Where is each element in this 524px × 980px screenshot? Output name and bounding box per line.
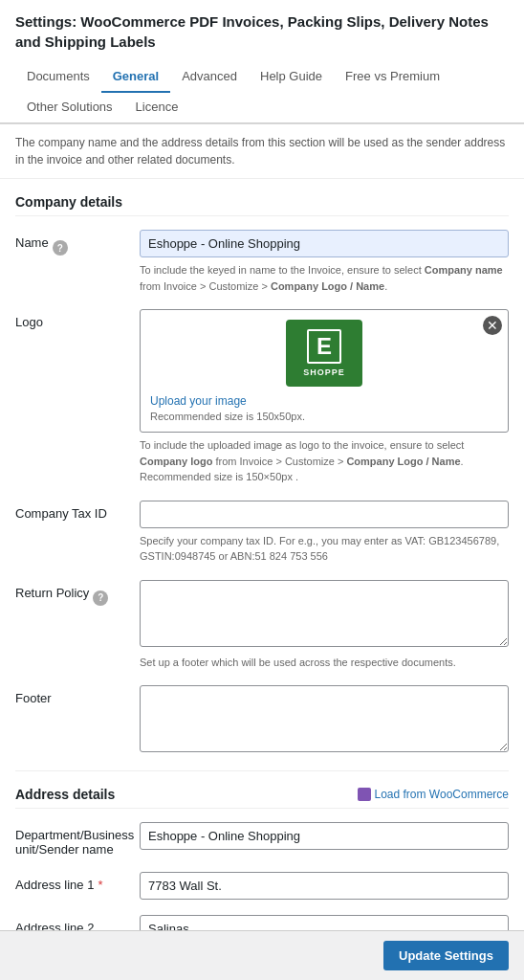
tab-other-solutions[interactable]: Other Solutions [15, 92, 124, 123]
upload-link[interactable]: Upload your image [150, 394, 498, 408]
company-details-title: Company details [15, 194, 509, 216]
tab-licence[interactable]: Licence [124, 92, 190, 123]
logo-remove-button[interactable]: ✕ [483, 316, 502, 335]
name-label: Name ? [15, 230, 140, 256]
dept-row: Department/Business unit/Sender name [15, 822, 509, 857]
update-settings-button[interactable]: Update Settings [383, 941, 509, 970]
address-details-title: Address details [15, 787, 115, 802]
return-policy-help-text: Set up a footer which will be used acros… [140, 655, 509, 671]
tax-id-field: Specify your company tax ID. For e.g., y… [140, 501, 509, 565]
address-section-header: Address details Load from WooCommerce [15, 787, 509, 809]
upload-hint: Recommended size is 150x50px. [150, 411, 498, 422]
logo-help-text: To include the uploaded image as logo to… [140, 437, 509, 485]
return-policy-help-icon[interactable]: ? [93, 590, 108, 606]
logo-preview: E SHOPPE [150, 320, 498, 387]
logo-upload-area: ✕ E SHOPPE Upload your image Recommended… [140, 309, 509, 433]
tax-id-row: Company Tax ID Specify your company tax … [15, 501, 509, 565]
tax-id-help-text: Specify your company tax ID. For e.g., y… [140, 533, 509, 565]
load-from-woocommerce-button[interactable]: Load from WooCommerce [358, 788, 510, 801]
page-title: Settings: WooCommerce PDF Invoices, Pack… [15, 11, 509, 52]
tabs-nav: Documents General Advanced Help Guide Fr… [0, 61, 524, 123]
tax-id-label: Company Tax ID [15, 501, 140, 521]
address1-input[interactable] [140, 872, 509, 900]
tab-help-guide[interactable]: Help Guide [249, 61, 334, 93]
name-help-icon[interactable]: ? [53, 240, 68, 256]
name-row: Name ? To include the keyed in name to t… [15, 230, 509, 294]
address1-field [140, 872, 509, 900]
dept-input[interactable] [140, 822, 509, 850]
footer-bar: Update Settings [0, 930, 524, 980]
dept-field [140, 822, 509, 850]
logo-image: E SHOPPE [286, 320, 362, 387]
footer-textarea[interactable] [140, 685, 509, 752]
logo-label: Logo [15, 309, 140, 329]
logo-row: Logo ✕ E SHOPPE Upload your image Recomm… [15, 309, 509, 485]
tab-advanced[interactable]: Advanced [170, 61, 249, 93]
name-field: To include the keyed in name to the Invo… [140, 230, 509, 294]
tax-id-input[interactable] [140, 501, 509, 528]
address1-label: Address line 1 * [15, 872, 140, 892]
tab-general[interactable]: General [101, 61, 170, 93]
tab-free-vs-premium[interactable]: Free vs Premium [334, 61, 451, 93]
info-bar: The company name and the address details… [0, 124, 524, 179]
return-policy-field: Set up a footer which will be used acros… [140, 580, 509, 671]
woo-icon [358, 788, 371, 801]
footer-row: Footer [15, 685, 509, 755]
logo-field: ✕ E SHOPPE Upload your image Recommended… [140, 309, 509, 485]
name-help-text: To include the keyed in name to the Invo… [140, 262, 509, 294]
section-divider [15, 770, 509, 771]
footer-field [140, 685, 509, 755]
return-policy-textarea[interactable] [140, 580, 509, 647]
return-policy-label: Return Policy ? [15, 580, 140, 606]
address1-row: Address line 1 * [15, 872, 509, 900]
dept-label: Department/Business unit/Sender name [15, 822, 140, 857]
footer-label: Footer [15, 685, 140, 705]
return-policy-row: Return Policy ? Set up a footer which wi… [15, 580, 509, 671]
tab-documents[interactable]: Documents [15, 61, 101, 93]
name-input[interactable] [140, 230, 509, 257]
